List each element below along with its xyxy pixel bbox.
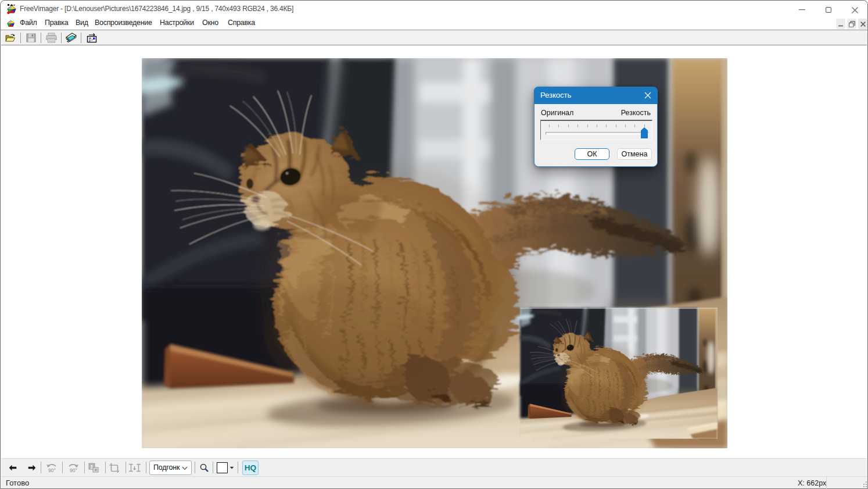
- svg-text:90°: 90°: [48, 467, 56, 473]
- svg-text:90°: 90°: [70, 467, 77, 473]
